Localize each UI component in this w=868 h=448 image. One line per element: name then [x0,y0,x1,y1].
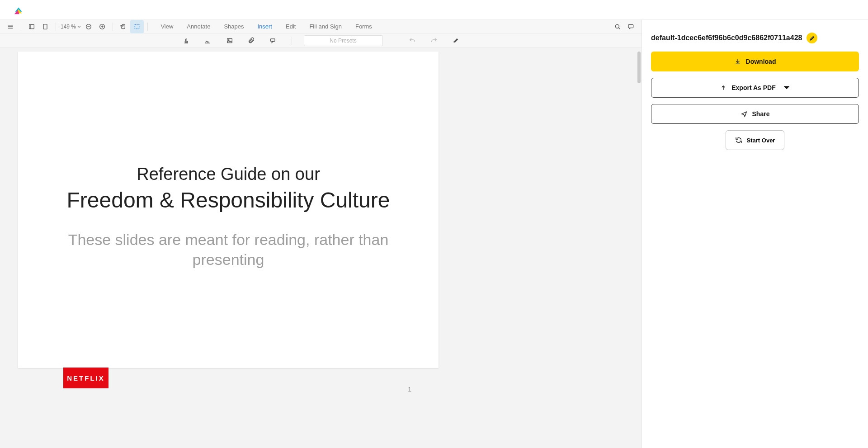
attachment-icon[interactable] [245,34,258,47]
menu-edit[interactable]: Edit [286,23,296,30]
page-number: 1 [408,386,411,393]
share-label: Share [752,110,770,118]
image-icon[interactable] [223,34,236,47]
toolbar-menu: View Annotate Shapes Insert Edit Fill an… [160,23,372,30]
menu-annotate[interactable]: Annotate [187,23,210,30]
separator [292,37,292,45]
separator [147,23,148,31]
redo-icon[interactable] [427,34,441,47]
svg-point-12 [615,24,619,28]
presets-dropdown[interactable]: No Presets [304,35,383,46]
separator [21,23,21,31]
download-icon [734,58,741,65]
menu-insert[interactable]: Insert [257,23,272,30]
chevron-down-icon [783,84,790,91]
menu-forms[interactable]: Forms [355,23,372,30]
callout-icon[interactable] [266,34,280,47]
download-label: Download [746,58,776,65]
menu-shapes[interactable]: Shapes [224,23,244,30]
slide-subtitle: These slides are meant for reading, rath… [45,230,411,269]
edit-filename-button[interactable] [807,33,817,43]
file-name: default-1dcec6ef6f96b6c0d9c6862f0711a428 [651,34,802,42]
start-over-label: Start Over [747,137,775,144]
search-icon[interactable] [611,20,624,33]
pan-hand-icon[interactable] [117,20,130,33]
comments-icon[interactable] [624,20,638,33]
share-button[interactable]: Share [651,104,859,124]
viewer-column: 149 % View Annotate Shapes Insert Edit F… [0,20,642,448]
scrollbar-thumb[interactable] [637,52,641,83]
sidebar-toggle-icon[interactable] [25,20,38,33]
select-marquee-icon[interactable] [130,20,144,33]
document-page: Reference Guide on our Freedom & Respons… [18,52,439,368]
slide-title-line1: Reference Guide on our [45,165,411,184]
separator [113,23,113,31]
zoom-in-icon[interactable] [95,20,109,33]
svg-rect-16 [227,38,232,42]
undo-icon[interactable] [406,34,419,47]
eraser-icon[interactable] [449,34,462,47]
start-over-button[interactable]: Start Over [726,130,784,150]
share-icon [741,110,748,118]
brand-logo[interactable] [14,5,24,15]
page-layout-icon[interactable] [38,20,52,33]
toolbar-secondary: No Presets [0,33,642,48]
download-button[interactable]: Download [651,52,859,71]
zoom-value[interactable]: 149 % [60,24,82,30]
brand-bar [0,0,868,20]
svg-rect-11 [135,24,139,28]
netflix-logo-badge: NETFLIX [63,368,108,388]
menu-view[interactable]: View [160,23,173,30]
export-pdf-button[interactable]: Export As PDF [651,78,859,98]
slide-title-line2: Freedom & Responsibility Culture [45,188,411,212]
svg-rect-3 [29,24,34,28]
stamp-icon[interactable] [179,34,193,47]
signature-icon[interactable] [201,34,215,47]
menu-fill-sign[interactable]: Fill and Sign [309,23,342,30]
export-up-icon [720,84,727,91]
side-panel: default-1dcec6ef6f96b6c0d9c6862f0711a428… [642,20,868,448]
zoom-out-icon[interactable] [82,20,95,33]
document-canvas[interactable]: Reference Guide on our Freedom & Respons… [0,48,642,448]
hamburger-menu-icon[interactable] [4,20,17,33]
export-label: Export As PDF [731,84,776,91]
toolbar-primary: 149 % View Annotate Shapes Insert Edit F… [0,20,642,33]
svg-rect-5 [43,24,47,29]
restart-icon [735,137,742,144]
svg-line-13 [618,28,620,29]
separator [56,23,56,31]
svg-rect-18 [270,39,274,41]
